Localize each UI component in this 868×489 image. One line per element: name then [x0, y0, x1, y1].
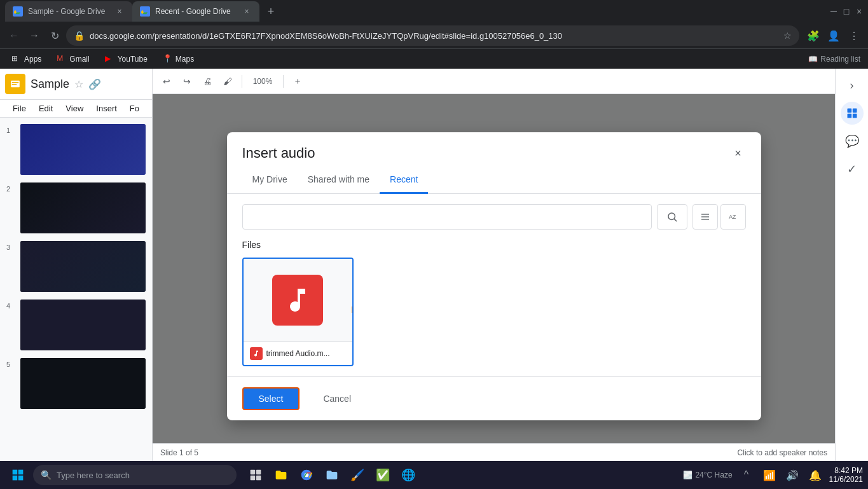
slide-thumb-3[interactable]: 3 [5, 240, 147, 293]
menu-insert[interactable]: Insert [91, 102, 122, 114]
right-panel-expand-button[interactable]: › [841, 74, 864, 97]
url-bar[interactable]: 🔒 docs.google.com/presentation/d/1eGTXE6… [66, 25, 799, 46]
system-tray[interactable]: ^ [738, 466, 755, 484]
bookmark-youtube[interactable]: ▶ YouTube [101, 53, 151, 65]
right-panel-format-button[interactable] [841, 102, 864, 125]
select-button[interactable]: Select [242, 387, 300, 410]
undo-button[interactable]: ↩ [158, 72, 176, 90]
taskbar-right: 🌫️ 24°C Haze ^ 📶 🔊 🔔 8:42 PM 11/6/2021 [683, 466, 863, 484]
right-panel-chat-button[interactable]: 💬 [841, 130, 864, 153]
drive-icon[interactable]: 🔗 [88, 78, 101, 90]
weather-info: 🌫️ 24°C Haze [683, 471, 732, 479]
slide-thumb-1[interactable]: 1 [5, 123, 147, 176]
modal-close-button[interactable]: × [731, 146, 746, 161]
bookmarks-bar: ⊞ Apps M Gmail ▶ YouTube 📍 Maps 📖 Readin… [0, 48, 868, 69]
minimize-button[interactable]: ─ [830, 8, 837, 15]
bookmark-apps[interactable]: ⊞ Apps [8, 53, 45, 65]
start-button[interactable] [5, 464, 31, 486]
file-card-1[interactable]: trimmed Audio.m... [242, 258, 354, 366]
tab-recent[interactable]: Recent [380, 167, 428, 194]
bookmark-maps[interactable]: 📍 Maps [159, 53, 198, 65]
search-input[interactable] [251, 212, 644, 222]
svg-line-4 [674, 219, 676, 221]
slide-preview-2 [20, 183, 146, 233]
right-panel-check-button[interactable]: ✓ [841, 158, 864, 181]
forward-button[interactable]: → [25, 27, 43, 45]
date-display: 11/6/2021 [829, 475, 863, 484]
file-card-footer-1: trimmed Audio.m... [244, 341, 352, 365]
task-view-button[interactable] [244, 464, 267, 486]
speaker-notes-label[interactable]: Click to add speaker notes [738, 448, 827, 457]
tab-1[interactable]: Sample - Google Drive × [5, 1, 132, 22]
bookmark-gmail[interactable]: M Gmail [53, 53, 93, 65]
tab-shared-with-me[interactable]: Shared with me [298, 167, 380, 194]
menu-view[interactable]: View [60, 102, 88, 114]
svg-rect-14 [13, 470, 18, 475]
slide-area: Insert audio × My Drive Shared with me R… [153, 94, 835, 443]
cancel-button[interactable]: Cancel [307, 388, 367, 410]
maximize-button[interactable]: □ [843, 8, 850, 15]
paint-button[interactable]: 🖌️ [346, 464, 369, 486]
svg-rect-21 [256, 476, 261, 481]
menu-icon[interactable]: ⋮ [845, 27, 863, 45]
slide-number-5: 5 [6, 358, 17, 368]
print-button[interactable]: 🖨 [198, 72, 216, 90]
notification-icon[interactable]: 🔔 [806, 466, 824, 484]
slide-number-4: 4 [6, 300, 17, 310]
apps-icon: ⊞ [11, 54, 22, 64]
list-view-button[interactable] [692, 204, 718, 230]
svg-text:AZ: AZ [729, 214, 736, 220]
star-icon[interactable]: ☆ [783, 31, 792, 41]
modal-search-area: AZ [227, 194, 761, 240]
todo-button[interactable]: ✅ [371, 464, 394, 486]
browser2-button[interactable]: 🌐 [397, 464, 420, 486]
tab-my-drive[interactable]: My Drive [242, 167, 298, 194]
files-label: Files [242, 240, 746, 250]
refresh-button[interactable]: ↻ [46, 27, 64, 45]
menu-format[interactable]: Fo [125, 102, 144, 114]
add-button[interactable]: ＋ [289, 72, 307, 90]
search-input-wrap[interactable] [242, 204, 652, 230]
menu-edit[interactable]: Edit [34, 102, 58, 114]
extensions-icon[interactable]: 🧩 [804, 27, 822, 45]
new-tab-button[interactable]: + [262, 3, 280, 20]
audio-file-icon-small [250, 347, 263, 360]
tab-favicon-1 [13, 6, 23, 17]
sound-icon[interactable]: 🔊 [783, 466, 801, 484]
search-button[interactable] [657, 204, 687, 230]
windows-icon [11, 469, 24, 481]
reading-list-label: Reading list [820, 55, 860, 64]
svg-rect-5 [701, 214, 709, 214]
toolbar-divider-1 [242, 75, 242, 88]
slide-preview-3 [20, 241, 146, 292]
window-controls: ─ □ × [830, 8, 863, 15]
star-favorite-icon[interactable]: ☆ [74, 78, 83, 90]
slide-thumb-2[interactable]: 2 [5, 181, 147, 235]
tab-2[interactable]: Recent - Google Drive × [132, 1, 259, 22]
slides-logo [5, 74, 25, 94]
profile-icon[interactable]: 👤 [825, 27, 843, 45]
slide-thumb-4[interactable]: 4 [5, 298, 147, 352]
chrome-button[interactable] [295, 464, 318, 486]
svg-rect-7 [701, 219, 709, 219]
svg-rect-20 [251, 476, 256, 481]
back-button[interactable]: ← [5, 27, 23, 45]
right-panel: › 💬 ✓ [835, 69, 868, 461]
clock[interactable]: 8:42 PM 11/6/2021 [829, 466, 863, 484]
menu-file[interactable]: File [8, 102, 31, 114]
close-button[interactable]: × [855, 8, 863, 15]
reading-list[interactable]: 📖 Reading list [808, 55, 860, 64]
taskbar-search[interactable]: 🔍 Type here to search [33, 465, 237, 485]
tab-1-close[interactable]: × [114, 6, 125, 17]
zoom-button[interactable]: 100% [247, 72, 278, 90]
paint-format-button[interactable]: 🖌 [219, 72, 237, 90]
sort-button[interactable]: AZ [720, 204, 746, 230]
slide-thumb-5[interactable]: 5 [5, 357, 147, 410]
tab-2-close[interactable]: × [242, 6, 252, 17]
bookmark-youtube-label: YouTube [118, 55, 148, 64]
folder-button[interactable] [320, 464, 343, 486]
network-icon[interactable]: 📶 [761, 466, 778, 484]
redo-button[interactable]: ↪ [178, 72, 196, 90]
file-explorer-button[interactable] [270, 464, 293, 486]
modal-title: Insert audio [242, 145, 315, 162]
